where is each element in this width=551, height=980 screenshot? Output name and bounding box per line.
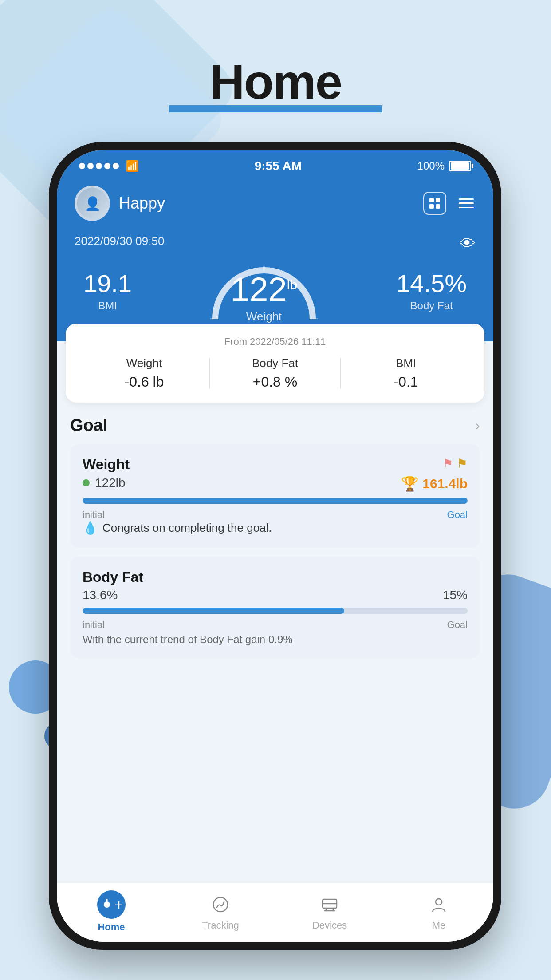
bf-progress-bar <box>83 608 344 614</box>
eye-icon[interactable]: 👁 <box>460 234 476 253</box>
tracking-icon <box>208 892 233 917</box>
page-title: Home <box>0 53 551 110</box>
user-info: 👤 Happy <box>75 186 165 221</box>
weight-progress-bar <box>83 498 468 504</box>
semicircle-container: 122lb Weight <box>206 261 322 319</box>
bf-note: With the current trend of Body Fat gain … <box>83 633 468 646</box>
stat-weight-name: Weight <box>79 356 209 370</box>
weight-initial-label: initial <box>83 509 105 521</box>
grid-icon[interactable] <box>423 192 446 215</box>
svg-point-15 <box>436 899 442 905</box>
nav-item-home[interactable]: + Home <box>57 890 166 933</box>
status-time: 9:55 AM <box>255 159 302 173</box>
bmi-label: BMI <box>83 300 132 312</box>
flag-pink-icon: ⚑ <box>443 457 453 470</box>
svg-rect-0 <box>429 198 434 202</box>
bf-progress-container <box>83 608 468 614</box>
svg-rect-1 <box>436 198 440 202</box>
weight-label: Weight <box>231 310 297 324</box>
bf-header: Body Fat <box>83 569 468 585</box>
weight-number: 122 <box>231 270 287 308</box>
app-header: 👤 Happy <box>57 178 493 221</box>
nav-item-tracking[interactable]: Tracking <box>166 892 275 931</box>
bf-current: 13.6% <box>83 588 118 602</box>
bmi-value: 19.1 <box>83 269 132 298</box>
battery-fill <box>451 162 469 170</box>
phone-frame: 📶 9:55 AM 100% 👤 Happy <box>49 142 501 950</box>
header-icons <box>423 192 476 215</box>
bf-name: Body Fat <box>83 569 143 585</box>
svg-point-8 <box>104 901 110 908</box>
weight-goal-label: Goal <box>447 509 468 521</box>
home-icon: + <box>97 890 126 919</box>
weight-current: 122lb <box>83 476 126 490</box>
weight-center: 122lb Weight <box>206 261 322 319</box>
goal-section-header[interactable]: Goal › <box>70 416 480 435</box>
body-fat-label: Body Fat <box>396 300 467 312</box>
stat-bodyfat: Body Fat +0.8 % <box>210 356 340 390</box>
battery-icon <box>449 161 471 171</box>
stat-bmi: BMI -0.1 <box>341 356 471 390</box>
weight-progress-container <box>83 498 468 504</box>
user-name: Happy <box>119 194 165 213</box>
phone-screen: 📶 9:55 AM 100% 👤 Happy <box>57 150 493 942</box>
avatar[interactable]: 👤 <box>75 186 110 221</box>
signal-dot <box>87 163 94 169</box>
stat-bodyfat-value: +0.8 % <box>210 374 340 390</box>
bf-initial-label: initial <box>83 619 105 631</box>
stats-row: Weight -0.6 lb Body Fat +0.8 % BMI -0.1 <box>79 356 471 390</box>
goal-dot <box>83 479 90 486</box>
stat-bodyfat-name: Body Fat <box>210 356 340 370</box>
flag-gold-icon: ⚑ <box>457 456 468 471</box>
weight-goal-footer: initial Goal <box>83 509 468 521</box>
menu-line-1 <box>459 198 474 200</box>
signal-dots <box>79 163 119 169</box>
weight-value-overlay: 122lb Weight <box>231 273 297 324</box>
content-area: Goal › Weight ⚑ ⚑ 122lb <box>57 403 493 883</box>
bf-footer: initial Goal <box>83 619 468 631</box>
stat-bmi-value: -0.1 <box>341 374 471 390</box>
nav-label-devices: Devices <box>312 920 347 931</box>
congrats-text: Congrats on completing the goal. <box>102 521 272 535</box>
menu-icon[interactable] <box>457 197 476 210</box>
svg-rect-3 <box>436 204 440 209</box>
svg-rect-2 <box>429 204 434 209</box>
nav-item-me[interactable]: Me <box>384 892 493 931</box>
nav-item-devices[interactable]: Devices <box>275 892 384 931</box>
nav-label-tracking: Tracking <box>202 920 239 931</box>
stat-weight: Weight -0.6 lb <box>79 356 209 390</box>
svg-point-9 <box>213 897 228 912</box>
status-left: 📶 <box>79 160 139 172</box>
goal-section-title: Goal <box>70 416 107 435</box>
bodyfat-goal-card: Body Fat 13.6% 15% initial Goal With the… <box>70 557 480 658</box>
congrats-icon: 💧 <box>83 521 98 535</box>
goal-congrats: 💧 Congrats on completing the goal. <box>83 521 468 535</box>
status-bar: 📶 9:55 AM 100% <box>57 150 493 178</box>
body-fat-item: 14.5% Body Fat <box>396 269 467 312</box>
bf-values: 13.6% 15% <box>83 588 468 602</box>
nav-label-me: Me <box>432 920 446 931</box>
me-icon <box>426 892 451 917</box>
devices-icon <box>317 892 342 917</box>
bf-goal-label: Goal <box>447 619 468 631</box>
weight-goal-header: Weight ⚑ ⚑ <box>83 456 468 473</box>
weight-target-value: 161.4lb <box>422 476 468 491</box>
signal-dot <box>79 163 85 169</box>
metric-date: 2022/09/30 09:50 <box>75 234 476 248</box>
bf-target: 15% <box>443 588 468 602</box>
avatar-inner: 👤 <box>77 188 108 219</box>
body-fat-value: 14.5% <box>396 269 467 298</box>
menu-line-3 <box>459 207 474 209</box>
menu-line-2 <box>459 202 474 204</box>
bottom-nav: + Home Tracking <box>57 883 493 942</box>
nav-label-home: Home <box>98 921 125 933</box>
page-title-container: Home <box>0 53 551 112</box>
signal-dot <box>104 163 110 169</box>
chevron-right-icon[interactable]: › <box>475 417 480 434</box>
signal-dot <box>113 163 119 169</box>
stat-bmi-name: BMI <box>341 356 471 370</box>
stats-card: From 2022/05/26 11:11 Weight -0.6 lb Bod… <box>66 324 484 403</box>
stats-from: From 2022/05/26 11:11 <box>79 336 471 348</box>
weight-goal-name: Weight <box>83 456 130 473</box>
weight-target: 🏆 161.4lb <box>401 475 468 492</box>
